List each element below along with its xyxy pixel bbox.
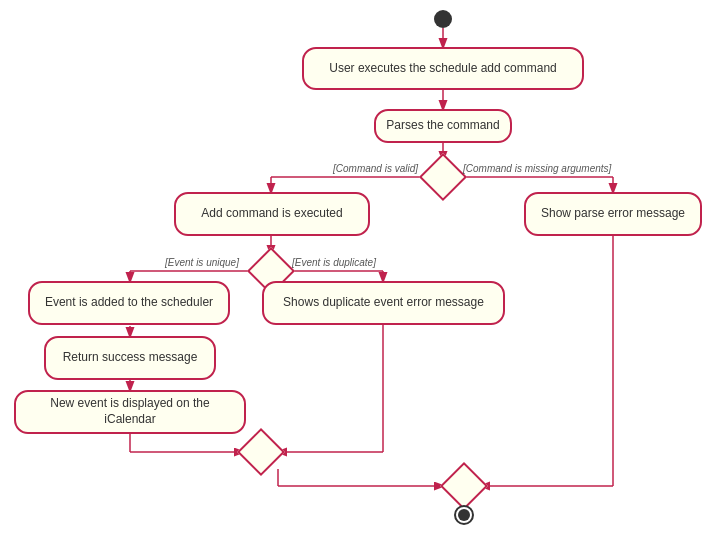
show-duplicate-label: Shows duplicate event error message: [283, 295, 484, 311]
return-success-label: Return success message: [63, 350, 198, 366]
show-parse-error-node: Show parse error message: [524, 192, 702, 236]
add-executed-node: Add command is executed: [174, 192, 370, 236]
event-duplicate-label: [Event is duplicate]: [292, 257, 376, 268]
command-missing-label: [Command is missing arguments]: [463, 163, 611, 174]
new-event-node: New event is displayed on the iCalendar: [14, 390, 246, 434]
execute-label: User executes the schedule add command: [329, 61, 556, 77]
event-unique-label: [Event is unique]: [165, 257, 239, 268]
show-duplicate-node: Shows duplicate event error message: [262, 281, 505, 325]
event-added-node: Event is added to the scheduler: [28, 281, 230, 325]
end-inner: [458, 509, 470, 521]
parse-label: Parses the command: [386, 118, 499, 134]
add-executed-label: Add command is executed: [201, 206, 342, 222]
command-valid-label: [Command is valid]: [333, 163, 418, 174]
new-event-label: New event is displayed on the iCalendar: [26, 396, 234, 427]
execute-node: User executes the schedule add command: [302, 47, 584, 90]
activity-diagram: User executes the schedule add command P…: [0, 0, 709, 540]
show-parse-error-label: Show parse error message: [541, 206, 685, 222]
parse-node: Parses the command: [374, 109, 512, 143]
event-added-label: Event is added to the scheduler: [45, 295, 213, 311]
return-success-node: Return success message: [44, 336, 216, 380]
end-node: [454, 505, 474, 525]
start-node: [434, 10, 452, 28]
